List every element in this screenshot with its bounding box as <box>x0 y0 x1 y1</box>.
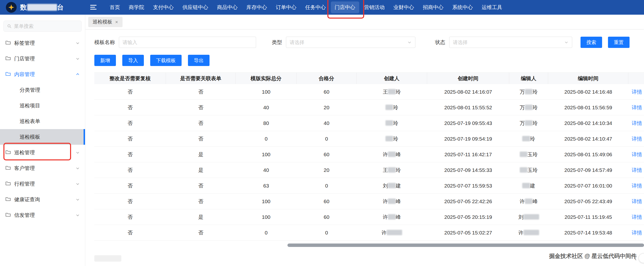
download-template-button[interactable]: 下载模板 <box>150 55 182 66</box>
table-cell: 40 <box>236 167 296 173</box>
detail-link[interactable]: 详情 <box>632 199 642 204</box>
table-cell-ops: 详情 <box>628 135 644 142</box>
nav-item-0[interactable]: 首页 <box>106 1 124 13</box>
sidebar-subitem[interactable]: 分类管理 <box>0 82 85 98</box>
redacted-text <box>524 214 539 220</box>
table-cell: 20 <box>296 167 356 173</box>
export-button[interactable]: 导出 <box>188 55 210 66</box>
nav-item-11[interactable]: 招商中心 <box>419 1 448 13</box>
reset-button[interactable]: 重置 <box>608 37 630 48</box>
folder-icon <box>6 197 11 202</box>
table-cell: 2025-08-02 14:16:48 <box>548 89 628 95</box>
nav-item-2[interactable]: 支付中心 <box>149 1 178 13</box>
chevron-down-icon <box>76 198 80 201</box>
pagination-ghost <box>94 255 121 262</box>
table-cell: 2025-07-05 22:42:26 <box>427 199 509 204</box>
sidebar-item[interactable]: 信发管理 <box>0 207 85 223</box>
redacted-text <box>388 199 396 204</box>
page-content: 模板名称 类型 请选择 状态 请选择 搜索 重置 <box>85 29 644 247</box>
column-header: 整改是否需要复核 <box>94 73 166 84</box>
detail-link[interactable]: 详情 <box>632 105 642 110</box>
table-cell: 否 <box>166 229 236 236</box>
detail-link[interactable]: 详情 <box>632 89 642 95</box>
menu-search-input[interactable] <box>14 23 78 29</box>
type-select[interactable]: 请选择 <box>286 37 415 48</box>
sidebar-item[interactable]: 标签管理 <box>0 35 85 51</box>
nav-item-3[interactable]: 供应链中心 <box>179 1 212 13</box>
table-cell: 许峰 <box>509 198 548 205</box>
nav-item-13[interactable]: 运维工具 <box>478 1 506 13</box>
table-cell: 否 <box>94 198 166 205</box>
nav-item-4[interactable]: 商品中心 <box>213 1 242 13</box>
sidebar-item[interactable]: 行程管理 <box>0 176 85 192</box>
detail-link[interactable]: 详情 <box>632 151 642 157</box>
pager-circle[interactable] <box>638 253 644 263</box>
nav-item-12[interactable]: 系统中心 <box>448 1 477 13</box>
sidebar-item[interactable]: 巡检管理 <box>0 145 85 160</box>
table-cell: 许 <box>356 229 427 236</box>
search-button[interactable]: 搜索 <box>580 37 602 48</box>
menu-search-box[interactable] <box>4 20 82 32</box>
sidebar-item[interactable]: 客户管理 <box>0 160 85 176</box>
folder-icon <box>6 212 11 218</box>
redacted-text <box>386 105 393 110</box>
nav-item-6[interactable]: 订单中心 <box>272 1 300 13</box>
sidebar-subitem[interactable]: 巡检模板 <box>0 129 85 145</box>
pager: ‹ <box>634 253 644 263</box>
table-cell: 2025-07-07 16:01:00 <box>548 183 628 189</box>
layout: 标签管理门店管理内容管理分类管理巡检项目巡检表单巡检模板巡检管理客户管理行程管理… <box>0 15 644 266</box>
table-cell: 许峰 <box>356 198 427 205</box>
table-cell: 万玲 <box>509 104 548 111</box>
nav-item-1[interactable]: 商学院 <box>125 1 148 13</box>
nav-item-10[interactable]: 业财中心 <box>390 1 418 13</box>
brand-title: 数台 <box>20 3 64 12</box>
app-logo <box>6 2 17 13</box>
detail-link[interactable]: 详情 <box>632 120 642 126</box>
table-cell: 2025-08-02 14:16:07 <box>427 89 509 95</box>
chevron-down-icon <box>407 40 412 44</box>
table-cell: 40 <box>296 120 356 126</box>
chevron-up-icon <box>76 72 80 76</box>
sidebar-item[interactable]: 健康证查询 <box>0 192 85 207</box>
table-cell: 0 <box>236 136 296 142</box>
table-cell: 2025-07-07 15:59:53 <box>427 183 509 189</box>
nav-item-7[interactable]: 任务中心 <box>302 1 330 13</box>
detail-link[interactable]: 详情 <box>632 183 642 188</box>
sidebar-subitem-label: 巡检项目 <box>20 102 40 109</box>
table-cell: 否 <box>94 120 166 127</box>
sidebar-subitem[interactable]: 巡检项目 <box>0 98 85 114</box>
tab-inspection-template[interactable]: 巡检模板 × <box>88 17 122 27</box>
detail-link[interactable]: 详情 <box>632 230 642 236</box>
table-cell: 100 <box>236 89 296 95</box>
tabbar: 巡检模板 × <box>85 15 644 29</box>
table-cell: 2025-07-11 16:42:17 <box>427 151 509 157</box>
template-name-label: 模板名称 <box>94 39 115 46</box>
nav-item-9[interactable]: 营销活动 <box>360 1 389 13</box>
close-icon[interactable]: × <box>115 19 118 24</box>
detail-link[interactable]: 详情 <box>632 167 642 173</box>
table-cell: 是 <box>166 214 236 221</box>
table-body: 否否10060王玲2025-08-02 14:16:07万玲2025-08-02… <box>94 84 644 241</box>
sidebar-subitem[interactable]: 巡检表单 <box>0 114 85 129</box>
status-select[interactable]: 请选择 <box>449 37 572 48</box>
horizontal-scrollbar-thumb[interactable] <box>288 244 644 247</box>
table-cell: 玉玲 <box>509 167 548 174</box>
import-button[interactable]: 导入 <box>122 55 144 66</box>
chevron-down-icon <box>76 57 80 61</box>
table-cell-ops: 详情 <box>628 198 644 205</box>
nav-item-5[interactable]: 库存中心 <box>242 1 271 13</box>
sidebar-item[interactable]: 内容管理 <box>0 66 85 82</box>
detail-link[interactable]: 详情 <box>632 214 642 220</box>
table-cell: 否 <box>166 198 236 205</box>
detail-link[interactable]: 详情 <box>632 136 642 141</box>
chevron-down-icon <box>76 41 80 45</box>
template-name-input[interactable] <box>119 37 256 48</box>
pager-prev-icon[interactable]: ‹ <box>634 255 637 262</box>
table-cell: 80 <box>236 120 296 126</box>
sidebar-item[interactable]: 门店管理 <box>0 51 85 66</box>
table-cell: 否 <box>94 151 166 158</box>
menu-collapse-icon[interactable] <box>90 4 97 10</box>
nav-item-8[interactable]: 门店中心 <box>331 1 359 13</box>
add-button[interactable]: 新增 <box>94 55 116 66</box>
chevron-down-icon <box>564 40 568 44</box>
